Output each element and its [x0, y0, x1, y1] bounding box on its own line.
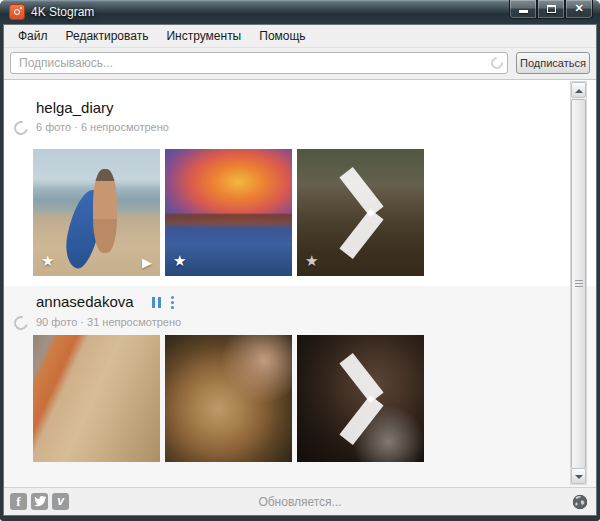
account-name: annasedakova — [36, 293, 134, 310]
kebab-menu-icon[interactable] — [171, 296, 175, 309]
next-chevron-icon — [331, 351, 391, 447]
globe-icon[interactable] — [572, 494, 588, 510]
arrow-up-icon — [575, 89, 583, 93]
person-shape — [93, 169, 117, 253]
scrollbar-grip — [575, 280, 583, 288]
vertical-scrollbar[interactable] — [570, 81, 587, 485]
camera-lens-glyph — [14, 9, 20, 15]
scrollbar-thumb[interactable] — [571, 99, 586, 469]
scroll-up-button[interactable] — [571, 82, 586, 98]
star-icon: ★ — [173, 252, 186, 270]
menu-file[interactable]: Файл — [9, 25, 57, 47]
maximize-button[interactable] — [537, 0, 565, 19]
client-area: Файл Редактировать Инструменты Помощь По… — [4, 25, 596, 515]
close-button[interactable]: ✕ — [565, 0, 593, 19]
photo-thumbnail[interactable]: ★ ▶ — [33, 149, 160, 276]
feed-list: helga_diary 6 фото · 6 непросмотрено ★ ▶… — [4, 79, 596, 487]
window-controls: ✕ — [509, 0, 593, 19]
photo-thumbnail[interactable] — [165, 335, 292, 462]
photo-thumbnail[interactable] — [297, 335, 424, 462]
account-stats: 90 фото · 31 непросмотрено — [36, 316, 181, 328]
photo-thumbnail[interactable]: ★ — [165, 149, 292, 276]
pause-icon[interactable] — [152, 297, 162, 308]
account-loading-spinner-icon — [11, 313, 30, 332]
arrow-down-icon — [575, 475, 583, 479]
menu-edit[interactable]: Редактировать — [57, 25, 158, 47]
app-icon — [9, 4, 25, 20]
maximize-icon — [547, 5, 556, 13]
menu-tools[interactable]: Инструменты — [157, 25, 250, 47]
next-chevron-icon — [331, 165, 391, 261]
account-loading-spinner-icon — [11, 118, 30, 137]
account-name: helga_diary — [36, 99, 114, 116]
star-icon: ★ — [41, 252, 54, 270]
statusbar: f v Обновляется... — [4, 487, 596, 515]
camera-dot-glyph — [20, 7, 22, 9]
minimize-button[interactable] — [509, 0, 537, 19]
close-icon: ✕ — [566, 2, 592, 15]
menu-help[interactable]: Помощь — [250, 25, 314, 47]
menubar: Файл Редактировать Инструменты Помощь — [4, 25, 596, 48]
account-section-helga-diary: helga_diary 6 фото · 6 непросмотрено ★ ▶… — [4, 81, 596, 286]
star-icon: ★ — [305, 252, 318, 270]
app-window: 4K Stogram ✕ Файл Редактировать Инструме… — [0, 0, 600, 521]
scroll-down-button[interactable] — [571, 468, 586, 484]
subscribe-input[interactable] — [10, 52, 508, 74]
unviewed-dim-overlay: ★ — [297, 149, 424, 276]
update-status: Обновляется... — [4, 488, 596, 516]
window-title: 4K Stogram — [31, 5, 94, 19]
account-section-annasedakova: annasedakova 90 фото · 31 непросмотрено — [4, 286, 596, 488]
photo-thumbnail[interactable] — [33, 335, 160, 462]
titlebar[interactable]: 4K Stogram ✕ — [0, 0, 600, 25]
subscribe-button[interactable]: Подписаться — [516, 52, 590, 74]
minimize-icon — [519, 10, 528, 13]
play-icon: ▶ — [142, 255, 152, 270]
unviewed-dim-overlay — [297, 335, 424, 462]
photo-thumbnail[interactable]: ★ — [297, 149, 424, 276]
account-stats: 6 фото · 6 непросмотрено — [36, 121, 169, 133]
